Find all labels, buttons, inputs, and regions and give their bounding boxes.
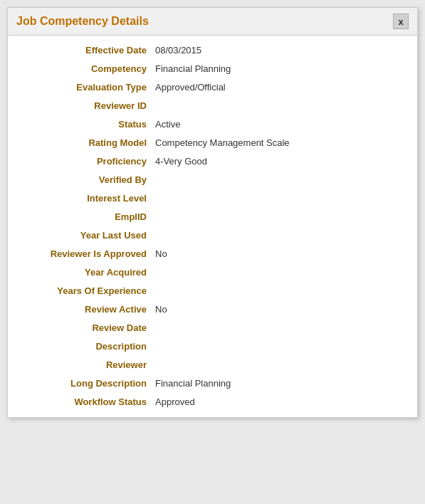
field-row: CompetencyFinancial Planning <box>8 60 417 78</box>
field-label: Reviewer Is Approved <box>16 248 155 259</box>
field-row: EmplID <box>8 208 417 226</box>
field-label: Year Last Used <box>16 230 155 241</box>
field-label: Status <box>16 119 155 130</box>
field-value: 08/03/2015 <box>155 45 201 56</box>
field-value: Active <box>155 119 180 130</box>
field-label: Review Active <box>16 304 155 315</box>
field-label: Review Date <box>16 322 155 333</box>
field-value: No <box>155 304 167 315</box>
field-row: Long DescriptionFinancial Planning <box>8 374 417 393</box>
close-button[interactable]: x <box>393 14 409 29</box>
field-label: Description <box>16 341 155 352</box>
field-label: EmplID <box>16 211 155 222</box>
field-value: 4-Very Good <box>155 156 207 167</box>
field-row: Review ActiveNo <box>8 300 417 319</box>
field-label: Year Acquired <box>16 267 155 278</box>
field-label: Reviewer <box>16 359 155 370</box>
field-row: Verified By <box>8 171 417 189</box>
field-row: Reviewer Is ApprovedNo <box>8 245 417 263</box>
dialog-body: Effective Date08/03/2015CompetencyFinanc… <box>8 36 417 417</box>
field-row: StatusActive <box>8 115 417 134</box>
field-row: Year Last Used <box>8 226 417 245</box>
field-value: No <box>155 248 167 259</box>
field-row: Effective Date08/03/2015 <box>8 41 417 60</box>
field-row: Description <box>8 337 417 356</box>
field-row: Years Of Experience <box>8 282 417 300</box>
field-label: Evaluation Type <box>16 82 155 93</box>
field-value: Approved/Official <box>155 82 226 93</box>
field-row: Reviewer ID <box>8 97 417 115</box>
dialog-title: Job Competency Details <box>16 15 149 28</box>
field-label: Rating Model <box>16 137 155 148</box>
field-label: Workflow Status <box>16 397 155 407</box>
field-value: Financial Planning <box>155 63 231 74</box>
field-row: Evaluation TypeApproved/Official <box>8 78 417 97</box>
field-row: Workflow StatusApproved <box>8 393 417 411</box>
field-label: Interest Level <box>16 193 155 204</box>
field-row: Proficiency4-Very Good <box>8 152 417 171</box>
field-label: Effective Date <box>16 45 155 56</box>
field-label: Competency <box>16 63 155 74</box>
job-competency-details-dialog: Job Competency Details x Effective Date0… <box>7 7 418 418</box>
field-row: Year Acquired <box>8 263 417 282</box>
field-value: Approved <box>155 397 195 407</box>
field-row: Interest Level <box>8 189 417 208</box>
field-row: Review Date <box>8 319 417 337</box>
dialog-header: Job Competency Details x <box>8 8 417 36</box>
field-value: Competency Management Scale <box>155 137 290 148</box>
field-label: Proficiency <box>16 156 155 167</box>
field-label: Verified By <box>16 174 155 185</box>
field-row: Reviewer <box>8 356 417 374</box>
field-label: Long Description <box>16 378 155 389</box>
field-label: Years Of Experience <box>16 285 155 296</box>
field-row: Rating ModelCompetency Management Scale <box>8 134 417 152</box>
field-label: Reviewer ID <box>16 100 155 111</box>
field-value: Financial Planning <box>155 378 231 389</box>
